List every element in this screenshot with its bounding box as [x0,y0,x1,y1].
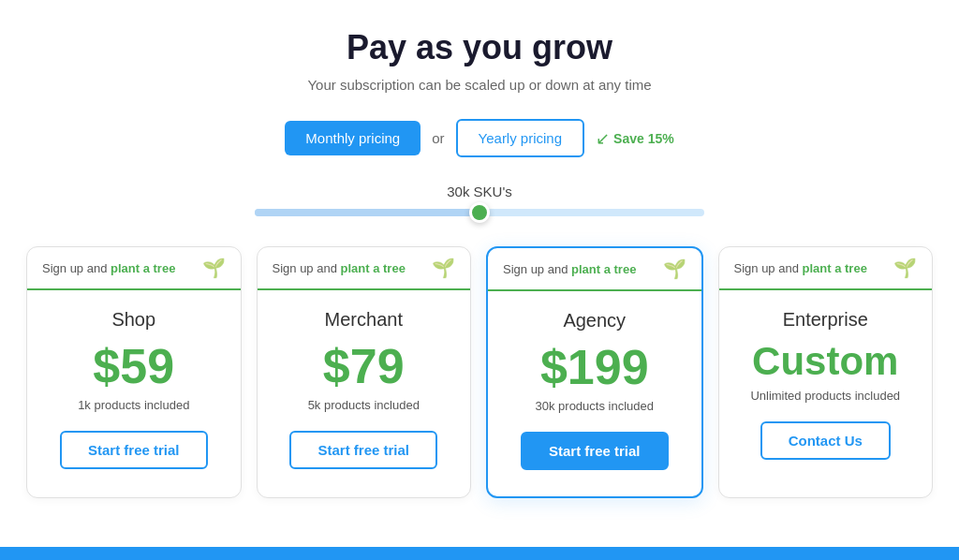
card-shop: Sign up and plant a tree 🌱 Shop $59 1k p… [26,246,242,498]
plant-text-bold: plant a tree [803,261,867,275]
pricing-toggle: Monthly pricing or Yearly pricing ↙ Save… [285,119,673,157]
plant-banner: Sign up and plant a tree 🌱 [27,247,241,290]
plant-banner: Sign up and plant a tree 🌱 [719,247,933,290]
monthly-pricing-button[interactable]: Monthly pricing [285,121,420,155]
plant-icon: 🌱 [663,258,686,280]
plant-icon: 🌱 [893,257,917,279]
plant-text: Sign up and plant a tree [734,261,867,275]
save-badge: Save 15% [613,131,674,146]
card-price: $59 [93,342,174,391]
bottom-bar [0,547,959,560]
plant-text-bold: plant a tree [571,262,636,276]
card-products: 30k products included [536,399,654,413]
sku-slider-container [255,209,704,216]
card-merchant: Sign up and plant a tree 🌱 Merchant $79 … [257,246,472,498]
plant-text: Sign up and plant a tree [503,262,636,276]
pricing-cards-container: Sign up and plant a tree 🌱 Shop $59 1k p… [19,246,940,498]
plant-text: Sign up and plant a tree [273,261,406,275]
card-products: 5k products included [308,398,420,412]
cta-button-merchant[interactable]: Start free trial [289,431,437,469]
card-enterprise: Sign up and plant a tree 🌱 Enterprise Cu… [718,246,934,498]
page-subtitle: Your subscription can be scaled up or do… [307,77,651,93]
plant-text-bold: plant a tree [341,261,406,275]
card-name: Enterprise [783,309,868,331]
cta-button-agency[interactable]: Start free trial [521,432,669,470]
page-title: Pay as you grow [347,28,612,67]
card-agency: Sign up and plant a tree 🌱 Agency $199 3… [486,246,703,498]
card-price: Custom [752,342,898,381]
sku-label: 30k SKU's [447,184,512,199]
card-products: 1k products included [78,398,189,412]
cta-button-enterprise[interactable]: Contact Us [760,421,891,460]
plant-text-bold: plant a tree [111,261,175,275]
plant-icon: 🌱 [432,257,455,279]
card-name: Agency [563,310,626,332]
yearly-pricing-button[interactable]: Yearly pricing [456,119,585,157]
card-products: Unlimited products included [750,389,900,403]
plant-banner: Sign up and plant a tree 🌱 [258,247,471,290]
plant-icon: 🌱 [202,257,226,279]
card-name: Shop [111,309,155,331]
or-label: or [432,130,444,146]
card-price: $199 [540,343,649,391]
card-price: $79 [323,342,405,391]
card-name: Merchant [325,309,403,331]
cta-button-shop[interactable]: Start free trial [60,431,208,469]
save-arrow-icon: ↙ [596,128,610,149]
plant-text: Sign up and plant a tree [42,261,175,275]
plant-banner: Sign up and plant a tree 🌱 [488,248,701,291]
